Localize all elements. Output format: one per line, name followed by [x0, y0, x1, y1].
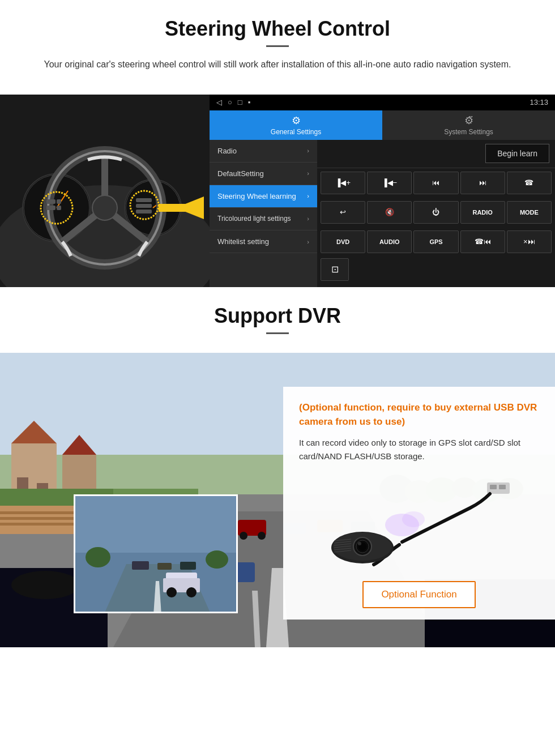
- svg-rect-18: [46, 206, 56, 210]
- steering-wheel-section: Steering Wheel Control Your original car…: [0, 0, 555, 95]
- begin-learn-row: Begin learn: [317, 140, 555, 168]
- back-icon: ◁: [216, 98, 222, 106]
- android-body: Radio › DefaultSetting › Steering Wheel …: [210, 140, 555, 287]
- vol-down-btn[interactable]: ▐◀−: [367, 172, 412, 194]
- android-tabs: ⚙ General Settings ⚙̈ System Settings: [210, 110, 555, 140]
- menu-item-default-setting[interactable]: DefaultSetting ›: [210, 163, 317, 185]
- phone-next-btn[interactable]: ×⏭: [507, 230, 552, 253]
- chevron-whitelist-icon: ›: [307, 238, 309, 245]
- dvr-info-card: (Optional function, require to buy exter…: [283, 387, 555, 620]
- menu-default-label: DefaultSetting: [217, 169, 264, 178]
- tab-general-label: General Settings: [271, 128, 321, 136]
- optional-function-button[interactable]: Optional Function: [362, 581, 476, 608]
- menu-steering-label: Steering Wheel learning: [217, 192, 296, 200]
- svg-rect-69: [180, 562, 196, 570]
- steering-description: Your original car's steering wheel contr…: [34, 57, 521, 72]
- svg-point-48: [240, 532, 247, 540]
- begin-learn-button[interactable]: Begin learn: [485, 144, 549, 163]
- tab-system-settings[interactable]: ⚙̈ System Settings: [382, 110, 555, 140]
- menu-item-radio[interactable]: Radio ›: [210, 140, 317, 163]
- phone-btn[interactable]: ☎: [507, 172, 552, 194]
- svg-point-75: [206, 550, 228, 569]
- svg-point-72: [166, 587, 177, 597]
- vol-up-btn[interactable]: ▐◀+: [321, 172, 365, 194]
- control-buttons-row1: ▐◀+ ▐◀− ⏮ ⏭ ☎: [317, 168, 555, 198]
- tab-system-label: System Settings: [444, 128, 493, 136]
- svg-point-73: [186, 587, 197, 597]
- hang-up-btn[interactable]: ↩: [321, 201, 365, 224]
- tab-general-settings[interactable]: ⚙ General Settings: [210, 110, 382, 140]
- svg-rect-24: [159, 204, 203, 212]
- svg-rect-19: [57, 206, 61, 210]
- misc-screen-btn[interactable]: ⊡: [321, 258, 349, 281]
- svg-point-74: [86, 547, 110, 567]
- chevron-steering-icon: ›: [307, 193, 309, 199]
- svg-rect-22: [136, 210, 152, 213]
- dvr-camera-image: [299, 471, 539, 573]
- svg-point-49: [258, 532, 266, 540]
- svg-point-61: [11, 571, 79, 599]
- dvr-divider: [266, 332, 289, 334]
- mode-btn[interactable]: MODE: [507, 201, 552, 224]
- menu-whitelist-label: Whitelist setting: [217, 237, 269, 246]
- chevron-default-icon: ›: [307, 170, 309, 177]
- statusbar-time: 13:13: [530, 98, 548, 106]
- svg-rect-78: [499, 485, 506, 489]
- system-icon: ⚙̈: [464, 114, 473, 127]
- svg-rect-67: [132, 561, 149, 570]
- misc-row: ⊡: [317, 257, 555, 283]
- home-icon: ○: [228, 98, 232, 106]
- svg-rect-17: [57, 199, 61, 204]
- control-buttons-row2: ↩ 🔇 ⏻ RADIO MODE: [317, 198, 555, 227]
- control-buttons-row3: DVD AUDIO GPS ☎⏮ ×⏭: [317, 227, 555, 257]
- dvr-description: It can record video only to storage in G…: [299, 436, 539, 463]
- chevron-tricoloured-icon: ›: [307, 215, 309, 222]
- gps-btn[interactable]: GPS: [413, 230, 458, 253]
- audio-btn[interactable]: AUDIO: [367, 230, 412, 253]
- chevron-radio-icon: ›: [307, 147, 309, 154]
- radio-btn[interactable]: RADIO: [460, 201, 505, 224]
- statusbar-nav-icons: ◁ ○ □ ▪: [216, 98, 250, 106]
- dvr-inset-camera-view: [74, 494, 238, 613]
- settings-gear-icon: ⚙: [292, 114, 301, 127]
- recents-icon: □: [238, 98, 242, 106]
- dvr-title-area: Support DVR: [0, 287, 555, 353]
- phone-prev-btn[interactable]: ☎⏮: [460, 230, 505, 253]
- power-btn[interactable]: ⏻: [413, 201, 458, 224]
- android-ui-panel: ◁ ○ □ ▪ 13:13 ⚙ General Settings ⚙̈ Syst…: [210, 95, 555, 287]
- menu-radio-label: Radio: [217, 147, 237, 155]
- prev-track-btn[interactable]: ⏮: [413, 172, 458, 194]
- dvr-optional-note: (Optional function, require to buy exter…: [299, 400, 539, 429]
- steering-control-panel: Begin learn ▐◀+ ▐◀− ⏮ ⏭ ☎ ↩ 🔇 ⏻ RADIO MO…: [317, 140, 555, 287]
- svg-point-84: [358, 542, 361, 545]
- dvd-btn[interactable]: DVD: [321, 230, 365, 253]
- svg-point-92: [402, 511, 425, 527]
- svg-rect-16: [46, 199, 56, 204]
- steering-title: Steering Wheel Control: [23, 17, 532, 41]
- menu-tricoloured-label: Tricoloured light settings: [217, 215, 291, 224]
- steering-demo-container: ◁ ○ □ ▪ 13:13 ⚙ General Settings ⚙̈ Syst…: [0, 95, 555, 287]
- menu-item-steering-wheel[interactable]: Steering Wheel learning ›: [210, 185, 317, 208]
- title-divider: [266, 45, 289, 47]
- menu-icon: ▪: [248, 98, 251, 106]
- dvr-background-photo: (Optional function, require to buy exter…: [0, 353, 555, 647]
- dvr-title: Support DVR: [23, 304, 532, 328]
- svg-point-13: [92, 195, 117, 220]
- settings-menu-list: Radio › DefaultSetting › Steering Wheel …: [210, 140, 317, 287]
- next-track-btn[interactable]: ⏭: [460, 172, 505, 194]
- svg-rect-21: [136, 204, 152, 208]
- svg-rect-77: [490, 485, 497, 489]
- menu-item-whitelist[interactable]: Whitelist setting ›: [210, 230, 317, 253]
- menu-item-tricoloured[interactable]: Tricoloured light settings ›: [210, 208, 317, 231]
- svg-rect-68: [157, 563, 172, 570]
- dvr-section: Support DVR: [0, 287, 555, 647]
- android-statusbar: ◁ ○ □ ▪ 13:13: [210, 95, 555, 110]
- steering-wheel-photo: [0, 95, 210, 287]
- mute-btn[interactable]: 🔇: [367, 201, 412, 224]
- svg-rect-20: [136, 198, 152, 202]
